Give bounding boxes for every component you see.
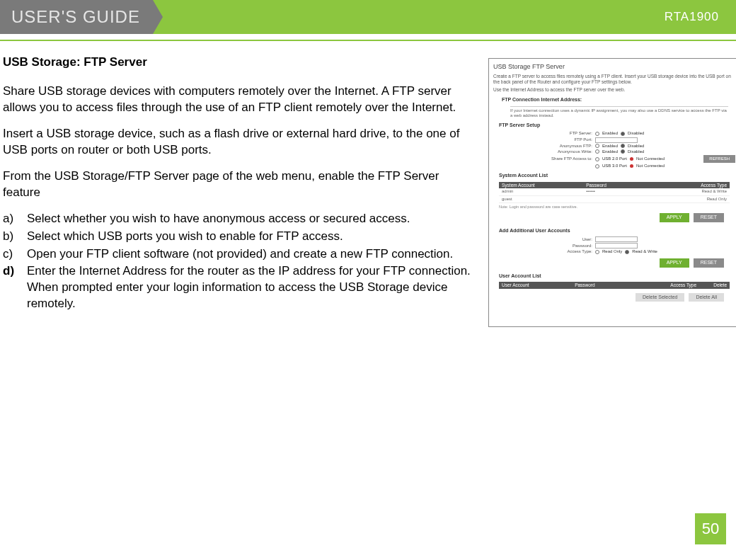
step-c-text: Open your FTP client software (not provi… bbox=[27, 246, 453, 263]
checkbox-icon bbox=[595, 157, 599, 161]
status-dot-icon bbox=[630, 164, 633, 168]
ss-apply-row-1: APPLY RESET bbox=[503, 212, 725, 223]
ss-setup-head: FTP Server Setup bbox=[499, 122, 735, 128]
step-d-marker: d) bbox=[3, 263, 27, 312]
refresh-button: REFRESH bbox=[703, 155, 735, 163]
delete-selected-button: Delete Selected bbox=[636, 293, 684, 302]
paragraph-1: Share USB storage devices with computers… bbox=[3, 84, 476, 116]
ss-conn-head: FTP Connection Internet Address: bbox=[502, 97, 735, 103]
checkbox-icon bbox=[595, 164, 599, 168]
input-fake bbox=[595, 236, 638, 242]
header-band: USER'S GUIDE RTA1900 bbox=[0, 0, 736, 34]
step-b-text: Select which USB ports you wish to enabl… bbox=[27, 229, 343, 245]
ss-sys-header-row: System Account Password Access Type bbox=[499, 182, 730, 189]
radio-icon bbox=[621, 144, 625, 148]
ss-conn-note: If your Internet connection uses a dynam… bbox=[510, 106, 728, 118]
ss-desc1: Create a FTP server to access files remo… bbox=[493, 74, 735, 85]
ss-desc2: Use the Internet Address to access the F… bbox=[493, 87, 735, 93]
radio-icon bbox=[625, 250, 629, 254]
radio-icon bbox=[621, 149, 625, 154]
paragraph-3: From the USB Storage/FTP Server page of … bbox=[3, 168, 476, 201]
ss-row-port: FTP Port: bbox=[529, 137, 735, 143]
paragraph-2: Insert a USB storage device, such as a f… bbox=[3, 126, 476, 159]
step-c-marker: c) bbox=[3, 246, 27, 263]
ss-add-pass: Password: bbox=[529, 243, 735, 248]
ss-title: USB Storage FTP Server bbox=[493, 63, 735, 71]
reset-button: RESET bbox=[694, 258, 724, 267]
text-column: USB Storage: FTP Server Share USB storag… bbox=[3, 55, 476, 327]
header-left-block: USER'S GUIDE bbox=[0, 0, 153, 34]
step-a-marker: a) bbox=[3, 211, 27, 227]
guide-title: USER'S GUIDE bbox=[11, 7, 140, 27]
model-label: RTA1900 bbox=[665, 10, 736, 24]
input-fake bbox=[595, 243, 638, 248]
screenshot-column: USB Storage FTP Server Create a FTP serv… bbox=[488, 55, 736, 327]
delete-all-button: Delete All bbox=[689, 293, 724, 302]
step-b: b) Select which USB ports you wish to en… bbox=[3, 229, 476, 245]
ss-syslist-head: System Account List bbox=[499, 173, 735, 178]
ss-row-share1: Share FTP Access to: USB 2.0 Port Not Co… bbox=[529, 155, 735, 163]
apply-button: APPLY bbox=[660, 213, 689, 222]
apply-button: APPLY bbox=[660, 258, 689, 267]
radio-icon bbox=[595, 250, 599, 254]
ss-sys-row-guest: guest Read Only bbox=[499, 196, 730, 203]
page-number: 50 bbox=[702, 520, 719, 538]
step-c: c) Open your FTP client software (not pr… bbox=[3, 246, 476, 263]
radio-icon bbox=[621, 132, 625, 136]
steps-list: a) Select whether you wish to have anony… bbox=[3, 211, 476, 313]
ss-add-head: Add Additional User Accounts bbox=[499, 228, 735, 234]
ss-user-header-row: User Account Password Access Type Delete bbox=[499, 282, 730, 289]
ss-note: Note: Login and password are case sensit… bbox=[499, 205, 730, 210]
ss-delete-row: Delete Selected Delete All bbox=[503, 292, 725, 303]
step-d: d) Enter the Internet Address for the ro… bbox=[3, 263, 476, 312]
step-a: a) Select whether you wish to have anony… bbox=[3, 211, 476, 227]
ss-sys-row-admin: admin •••••• Read & Write bbox=[499, 188, 730, 195]
radio-icon bbox=[595, 144, 599, 148]
step-d-text: Enter the Internet Address for the route… bbox=[27, 263, 476, 312]
ss-add-user: User: bbox=[529, 236, 735, 242]
input-fake bbox=[595, 137, 638, 143]
ss-row-anonwrite: Anonymous Write: Enabled Disabled bbox=[529, 149, 735, 154]
ss-apply-row-2: APPLY RESET bbox=[503, 257, 725, 268]
ss-userlist-head: User Account List bbox=[499, 273, 735, 279]
radio-icon bbox=[595, 149, 599, 154]
ss-add-access: Access Type: Read Only Read & Write bbox=[529, 249, 735, 254]
step-b-marker: b) bbox=[3, 229, 27, 245]
ss-row-anonftp: Anonymous FTP: Enabled Disabled bbox=[529, 144, 735, 149]
step-a-text: Select whether you wish to have anonymou… bbox=[27, 211, 410, 227]
content-area: USB Storage: FTP Server Share USB storag… bbox=[0, 41, 736, 327]
router-ui-screenshot: USB Storage FTP Server Create a FTP serv… bbox=[488, 58, 736, 327]
ss-row-server: FTP Server: Enabled Disabled bbox=[529, 131, 735, 136]
section-title: USB Storage: FTP Server bbox=[3, 55, 476, 69]
reset-button: RESET bbox=[694, 213, 724, 222]
ss-row-share2: USB 3.0 Port Not Connected bbox=[529, 164, 735, 168]
radio-icon bbox=[595, 132, 599, 136]
page-number-box: 50 bbox=[695, 513, 726, 544]
status-dot-icon bbox=[630, 157, 633, 161]
